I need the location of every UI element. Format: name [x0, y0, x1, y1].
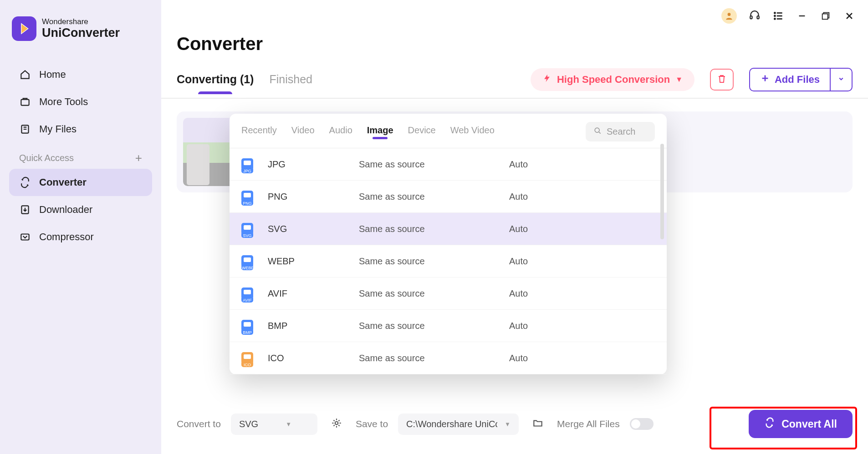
svg-rect-5 [750, 16, 752, 19]
support-icon[interactable] [749, 10, 761, 22]
format-source: Same as source [359, 192, 509, 202]
converter-icon [19, 177, 31, 188]
folder-icon [532, 417, 544, 431]
format-type-icon: BMP [241, 320, 253, 332]
format-name: ICO [268, 353, 359, 363]
convert-to-select[interactable]: SVG ▼ [231, 414, 317, 435]
save-to-label: Save to [356, 419, 388, 429]
format-type-icon: WEBP [241, 255, 253, 267]
chevron-down-icon: ▼ [505, 421, 511, 428]
format-category-tabs: Recently Video Audio Image Device Web Vi… [230, 114, 667, 148]
format-row-jpg[interactable]: JPGJPGSame as sourceAuto [230, 148, 667, 181]
sidebar: Wondershare UniConverter Home More Tools… [0, 0, 161, 454]
format-type-icon: AVIF [241, 288, 253, 299]
files-icon [19, 123, 31, 135]
sidebar-item-label: My Files [39, 123, 77, 135]
format-tab-audio[interactable]: Audio [329, 125, 352, 138]
format-tab-recently[interactable]: Recently [241, 125, 277, 138]
sidebar-item-converter[interactable]: Converter [9, 169, 152, 196]
download-icon [19, 204, 31, 216]
format-type-icon: JPG [241, 158, 253, 170]
format-row-svg[interactable]: SVGSVGSame as sourceAuto [230, 213, 667, 245]
merge-label: Merge All Files [557, 419, 620, 429]
quick-access-label: Quick Access [19, 153, 74, 163]
app-logo: Wondershare UniConverter [9, 16, 152, 41]
format-row-bmp[interactable]: BMPBMPSame as sourceAuto [230, 310, 667, 342]
format-tab-image[interactable]: Image [367, 125, 393, 138]
account-avatar[interactable] [721, 8, 737, 24]
logo-brand: Wondershare [42, 17, 120, 26]
svg-point-7 [774, 12, 775, 13]
logo-icon [12, 16, 36, 41]
open-folder-button[interactable] [529, 415, 547, 433]
format-tab-video[interactable]: Video [291, 125, 315, 138]
chevron-down-icon [837, 75, 845, 85]
sidebar-item-more-tools[interactable]: More Tools [9, 88, 152, 116]
plus-icon [760, 73, 770, 86]
sidebar-item-my-files[interactable]: My Files [9, 116, 152, 143]
tab-converting[interactable]: Converting (1) [177, 73, 254, 93]
sidebar-item-home[interactable]: Home [9, 61, 152, 88]
format-type-icon: ICO [241, 352, 253, 364]
format-tab-device[interactable]: Device [408, 125, 436, 138]
format-picker-popup: Recently Video Audio Image Device Web Vi… [230, 114, 667, 374]
page-title: Converter [161, 25, 868, 68]
sidebar-item-downloader[interactable]: Downloader [9, 196, 152, 223]
format-source: Same as source [359, 224, 509, 234]
delete-button[interactable] [710, 69, 734, 91]
format-row-ico[interactable]: ICOICOSame as sourceAuto [230, 342, 667, 374]
high-speed-conversion-button[interactable]: High Speed Conversion ▼ [531, 68, 694, 91]
svg-point-13 [335, 422, 338, 425]
svg-point-8 [774, 15, 775, 16]
format-setting: Auto [509, 288, 528, 299]
sidebar-item-compressor[interactable]: Compressor [9, 223, 152, 251]
file-thumbnail [183, 118, 235, 186]
sidebar-item-label: More Tools [39, 96, 88, 108]
trash-icon [716, 73, 727, 86]
maximize-button[interactable] [820, 10, 832, 22]
format-setting: Auto [509, 159, 528, 170]
chevron-down-icon: ▼ [286, 421, 291, 428]
settings-button[interactable] [327, 415, 346, 433]
logo-product: UniConverter [42, 26, 120, 40]
format-row-png[interactable]: PNGPNGSame as sourceAuto [230, 181, 667, 213]
format-row-avif[interactable]: AVIFAVIFSame as sourceAuto [230, 277, 667, 310]
format-row-webp[interactable]: WEBPWEBPSame as sourceAuto [230, 245, 667, 277]
format-tab-web-video[interactable]: Web Video [450, 125, 495, 138]
format-source: Same as source [359, 256, 509, 267]
search-placeholder: Search [607, 126, 635, 137]
save-to-value: C:\Wondershare UniConv [406, 419, 497, 429]
minimize-button[interactable] [796, 10, 808, 22]
sidebar-item-label: Converter [39, 177, 87, 188]
format-setting: Auto [509, 192, 528, 202]
chevron-down-icon: ▼ [675, 76, 683, 84]
sidebar-item-label: Home [39, 69, 66, 81]
format-name: JPG [268, 159, 359, 170]
svg-rect-3 [21, 234, 29, 240]
quick-access-header: Quick Access + [9, 146, 152, 169]
merge-toggle[interactable] [630, 418, 654, 430]
search-icon [593, 126, 602, 137]
format-setting: Auto [509, 321, 528, 331]
compressor-icon [19, 231, 31, 243]
close-button[interactable] [843, 10, 855, 22]
add-files-button[interactable]: Add Files [750, 69, 830, 91]
high-speed-label: High Speed Conversion [557, 74, 670, 86]
add-files-dropdown[interactable] [830, 69, 852, 91]
scrollbar[interactable] [660, 144, 664, 239]
save-to-select[interactable]: C:\Wondershare UniConv ▼ [398, 414, 519, 435]
tab-finished[interactable]: Finished [269, 73, 312, 93]
format-type-icon: SVG [241, 223, 253, 235]
tools-icon [19, 96, 31, 108]
add-quick-access-button[interactable]: + [135, 151, 142, 165]
format-name: PNG [268, 192, 359, 202]
menu-icon[interactable] [772, 10, 784, 22]
format-search-input[interactable]: Search [586, 122, 655, 141]
home-icon [19, 69, 31, 81]
convert-all-button[interactable]: Convert All [749, 410, 853, 438]
svg-rect-6 [757, 16, 759, 19]
add-files-label: Add Files [775, 74, 820, 86]
format-source: Same as source [359, 159, 509, 170]
format-list[interactable]: JPGJPGSame as sourceAutoPNGPNGSame as so… [230, 148, 667, 374]
svg-point-9 [774, 18, 775, 19]
